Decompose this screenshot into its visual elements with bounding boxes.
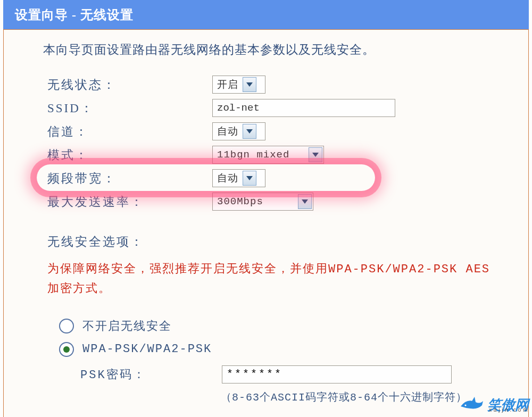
input-psk[interactable] [222,365,452,383]
svg-marker-1 [246,129,253,134]
svg-marker-0 [246,82,253,87]
wireless-form: 无线状态： 开启 SSID： 信道： [47,73,528,213]
chevron-down-icon [243,77,256,92]
select-channel-value: 自动 [217,124,242,138]
shark-icon [460,396,484,414]
svg-marker-2 [312,153,319,157]
watermark-url: x a j j n . c o m [489,407,528,413]
label-max-rate: 最大发送速率： [47,194,212,210]
svg-marker-4 [302,199,308,204]
chevron-down-icon [309,147,322,162]
select-bandwidth[interactable]: 自动 [212,169,265,187]
row-bandwidth: 频段带宽： 自动 [47,166,528,190]
label-bandwidth: 频段带宽： [47,170,212,187]
select-wireless-status[interactable]: 开启 [212,76,265,94]
radio-row-wpa[interactable]: WPA-PSK/WPA2-PSK [59,338,528,361]
radio-row-nochange[interactable]: 不修改无线安全设置 [59,413,528,417]
radio-none-label: 不开启无线安全 [82,318,172,334]
row-max-rate: 最大发送速率： 300Mbps [47,190,528,213]
label-channel: 信道： [47,123,212,140]
row-psk: PSK密码： [80,363,528,386]
row-wireless-status: 无线状态： 开启 [47,73,528,96]
watermark: 笑傲网 x a j j n . c o m [460,396,529,414]
select-max-rate[interactable]: 300Mbps [212,193,313,211]
page-title: 设置向导 - 无线设置 [15,6,134,23]
svg-point-5 [464,404,466,406]
security-section-label: 无线安全选项： [47,233,528,250]
select-max-rate-value: 300Mbps [217,196,297,207]
chevron-down-icon [243,124,256,139]
row-ssid: SSID： [47,96,528,120]
select-bandwidth-value: 自动 [217,171,242,185]
chevron-down-icon [298,194,312,209]
label-wireless-status: 无线状态： [47,77,212,93]
select-mode[interactable]: 11bgn mixed [212,146,324,164]
intro-text: 本向导页面设置路由器无线网络的基本参数以及无线安全。 [43,41,528,58]
label-mode: 模式： [47,147,212,163]
title-bar: 设置向导 - 无线设置 [3,0,529,29]
radio-row-none[interactable]: 不开启无线安全 [59,314,528,338]
svg-marker-3 [246,176,253,180]
row-mode: 模式： 11bgn mixed [47,143,528,166]
chevron-down-icon [243,171,256,186]
label-ssid: SSID： [47,100,212,116]
select-wireless-status-value: 开启 [217,78,242,91]
input-ssid[interactable] [212,99,395,117]
radio-none[interactable] [59,319,74,333]
select-channel[interactable]: 自动 [212,122,265,140]
security-warning: 为保障网络安全，强烈推荐开启无线安全，并使用WPA-PSK/WPA2-PSK A… [47,260,496,299]
radio-wpa[interactable] [59,342,74,357]
label-psk: PSK密码： [80,366,222,382]
content-area: 本向导页面设置路由器无线网络的基本参数以及无线安全。 无线状态： 开启 SSID… [3,29,529,417]
select-mode-value: 11bgn mixed [217,149,307,161]
row-channel: 信道： 自动 [47,120,528,143]
radio-wpa-label: WPA-PSK/WPA2-PSK [82,343,212,356]
